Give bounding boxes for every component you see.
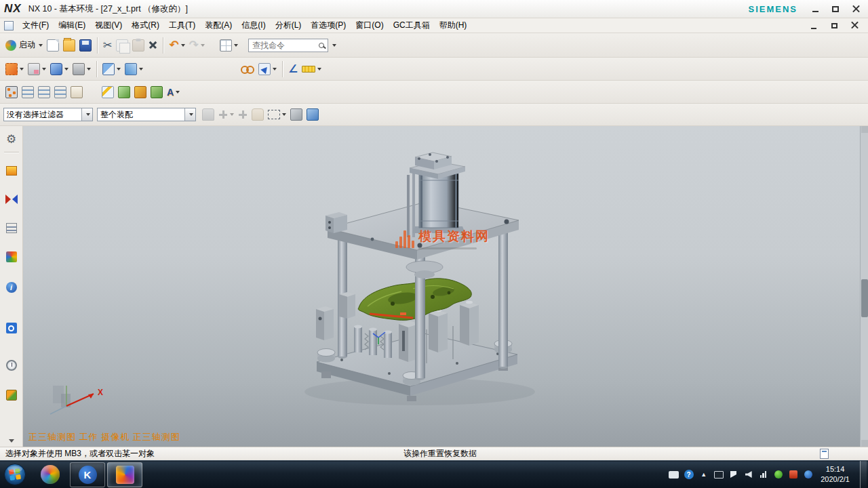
watermark-caption [418,247,477,249]
menu-format[interactable]: 格式(R) [127,18,164,33]
reuse-library-icon[interactable] [3,249,20,264]
open-button[interactable] [61,38,77,53]
sketch-button[interactable] [100,85,116,100]
wcs-button[interactable] [3,85,20,100]
tray-network-icon[interactable] [758,470,768,479]
vertical-scrollbar[interactable] [860,126,868,447]
undo-icon: ↶ [169,39,178,51]
layer-category-button[interactable] [52,85,68,100]
start-button[interactable]: 启动 [3,38,45,52]
menu-help[interactable]: 帮助(H) [435,18,472,33]
clipboard-icon[interactable] [820,449,829,459]
minimize-button[interactable] [807,3,823,15]
new-button[interactable] [45,38,61,53]
tray-action-flag-icon[interactable] [728,470,738,479]
move-to-layer-button[interactable] [256,62,279,77]
child-restore-button[interactable] [826,20,842,32]
graphics-window[interactable]: 模具资料网 X 正三轴测图 工作 摄像机 正三轴测图 [23,126,860,447]
taskbar-nx-button[interactable] [107,462,142,487]
save-button[interactable] [77,38,94,53]
measure-button[interactable] [300,64,323,74]
selection-filter-combo[interactable]: 没有选择过滤器 [3,108,93,121]
history-icon[interactable] [3,358,20,373]
cut-button[interactable]: ✂ [101,39,114,52]
close-button[interactable] [848,3,864,15]
copy-button[interactable] [114,38,130,53]
browser-ball-icon [41,465,60,484]
erase-display-button[interactable] [26,62,48,77]
menu-edit[interactable]: 编辑(E) [54,18,90,33]
datum-plane-button[interactable] [116,85,132,100]
snap-point-button[interactable] [200,107,216,122]
show-desktop-button[interactable] [860,461,867,488]
rectangle-select-button[interactable] [266,108,288,121]
system-materials-icon[interactable] [3,388,20,403]
notes-button[interactable] [68,85,85,100]
taskbar-k-app-button[interactable]: K [70,462,105,487]
tray-help-icon[interactable]: ? [684,470,694,479]
tray-antivirus-icon[interactable] [773,470,783,479]
show-hide-button[interactable] [239,64,256,75]
green-cube-icon [151,86,163,98]
sidebar-scroll-down-icon[interactable] [9,439,14,443]
tray-blue-app-icon[interactable] [803,470,813,479]
part-navigator-icon[interactable] [3,220,20,235]
snap-plus-button[interactable] [216,108,236,121]
annotation-button[interactable]: A [165,85,182,99]
menu-information[interactable]: 信息(I) [237,18,270,33]
layer-settings-button[interactable] [20,85,36,100]
start-orb[interactable] [2,462,28,487]
redo-button[interactable]: ↷ [187,38,207,52]
selection-scope-combo[interactable]: 整个装配 [97,108,196,121]
taskbar-browser-button[interactable] [33,462,68,487]
menu-view[interactable]: 视图(V) [90,18,127,33]
background-button[interactable] [71,62,93,77]
scroll-up-button[interactable] [861,126,868,133]
child-close-button[interactable] [846,20,863,32]
undo-button[interactable]: ↶ [167,38,186,52]
block-button[interactable] [149,85,165,100]
touch-mode-button[interactable] [218,38,240,53]
menu-window[interactable]: 窗口(O) [351,18,388,33]
find-command-dropdown[interactable] [328,43,338,48]
edit-section-button[interactable] [123,62,145,77]
constraint-navigator-icon[interactable] [3,192,20,207]
snap-angle-button[interactable]: ∠ [286,62,300,76]
tray-display-icon[interactable] [713,470,724,479]
menu-assemblies[interactable]: 装配(A) [200,18,237,33]
scroll-down-button[interactable] [861,440,868,447]
tray-volume-icon[interactable] [743,470,753,479]
layer-visible-button[interactable] [36,85,52,100]
find-command-input[interactable] [252,41,319,50]
roles-gear-icon[interactable]: ⚙ [3,131,20,146]
orient-view-button[interactable] [3,62,26,77]
menu-gc-toolbox[interactable]: GC工具箱 [389,18,435,33]
menu-tools[interactable]: 工具(T) [164,18,200,33]
menu-preferences[interactable]: 首选项(P) [306,18,351,33]
angle-icon: ∠ [288,64,298,75]
find-command-box[interactable] [248,39,328,52]
web-browser-icon[interactable] [3,321,20,336]
menu-file[interactable]: 文件(F) [18,18,54,33]
menu-analysis[interactable]: 分析(L) [271,18,307,33]
tray-red-app-icon[interactable] [788,470,798,479]
paste-button[interactable] [130,38,146,53]
tray-hidden-icons-arrow[interactable]: ▲ [698,470,709,479]
maximize-button[interactable] [827,3,844,15]
snap-mid-button[interactable] [236,108,250,121]
delete-button[interactable] [146,39,159,51]
vector-button[interactable] [132,85,149,100]
highlight-solid-button[interactable] [288,107,304,122]
taskbar-clock[interactable]: 15:14 2020/2/1 [821,464,850,485]
toolbar-standard: 启动 ✂ ↶ ↷ [0,33,868,58]
render-style-button[interactable] [48,62,71,77]
section-button[interactable] [100,62,123,77]
hd3d-tools-icon[interactable]: i [3,280,20,295]
child-minimize-button[interactable] [806,20,822,32]
pan-button[interactable] [250,107,266,122]
tray-keyboard-icon[interactable] [669,470,679,479]
select-solid-button[interactable] [304,107,321,122]
scissors-icon: ✂ [103,40,112,51]
assembly-navigator-icon[interactable] [3,163,20,178]
scrollbar-thumb[interactable] [861,279,868,317]
